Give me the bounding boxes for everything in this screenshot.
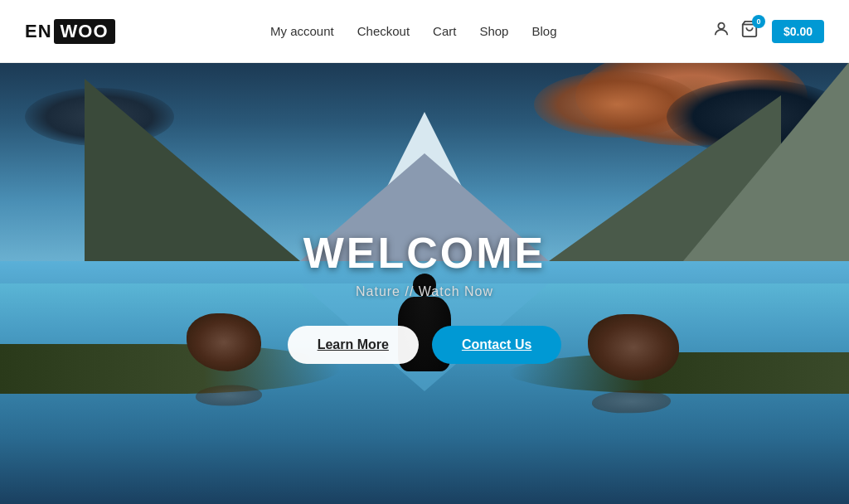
- nav-link-myaccount[interactable]: My account: [270, 24, 334, 38]
- nav-link-blog[interactable]: Blog: [531, 24, 556, 38]
- svg-point-0: [718, 23, 724, 29]
- nav-link-cart[interactable]: Cart: [433, 24, 456, 38]
- logo-en-text: EN: [25, 21, 52, 42]
- nav-link-checkout[interactable]: Checkout: [357, 24, 410, 38]
- logo[interactable]: EN WOO: [25, 19, 115, 44]
- logo-woo-text: WOO: [54, 19, 115, 44]
- user-icon[interactable]: [712, 20, 730, 42]
- contact-us-button[interactable]: Contact Us: [432, 326, 561, 364]
- header-icons: 0 $0.00: [712, 20, 824, 43]
- hero-subtitle: Nature // Watch Now: [356, 284, 493, 299]
- cart-icon[interactable]: 0: [740, 20, 759, 42]
- cart-price-button[interactable]: $0.00: [772, 20, 824, 43]
- header: EN WOO My account Checkout Cart Shop Blo…: [0, 0, 849, 63]
- hero-title: WELCOME: [303, 228, 546, 278]
- hero-content: WELCOME Nature // Watch Now Learn More C…: [0, 63, 849, 504]
- hero-section: WELCOME Nature // Watch Now Learn More C…: [0, 63, 849, 504]
- learn-more-button[interactable]: Learn More: [288, 326, 419, 364]
- main-nav: My account Checkout Cart Shop Blog: [270, 24, 557, 38]
- nav-link-shop[interactable]: Shop: [479, 24, 508, 38]
- cart-badge: 0: [752, 15, 765, 28]
- hero-buttons: Learn More Contact Us: [288, 326, 562, 364]
